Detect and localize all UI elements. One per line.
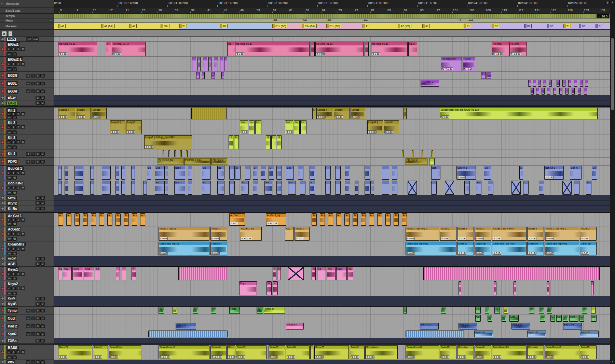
clip-pad-2-01[interactable]: Pad 2-01	[176, 323, 196, 330]
track-name[interactable]: Oud	[6, 316, 16, 321]
clip-re-amp-01-12[interactable]: Re-Amp_01-12⇅ 0 dB	[315, 42, 364, 56]
track-button-wv[interactable]: wv	[6, 145, 12, 149]
memory-marker[interactable]: B2	[579, 24, 586, 28]
track-lane-ktvr1[interactable]	[54, 195, 610, 200]
clip-bass-mo[interactable]: Bass-Mo⇅ 0 dB	[580, 345, 597, 359]
track-button-s[interactable]: S	[36, 297, 40, 300]
clip[interactable]	[65, 181, 68, 195]
track-button-o[interactable]: o	[6, 286, 11, 290]
track-button-o[interactable]: o	[26, 82, 30, 85]
track-lane-eg3r[interactable]	[54, 87, 610, 95]
track-name[interactable]: FXBs	[6, 339, 18, 343]
track-button-red[interactable]: red	[12, 130, 17, 134]
track-button-o[interactable]: o	[26, 152, 30, 156]
clip-loops8-r[interactable]: Loops8 (r	[286, 323, 304, 330]
clip-loo[interactable]: Loo⇅ 0 dB	[285, 120, 293, 134]
clip[interactable]	[547, 281, 549, 295]
clip[interactable]	[180, 150, 182, 157]
clip-loops6[interactable]: Loops6⇅ 0 dB	[334, 108, 350, 119]
playhead[interactable]	[334, 37, 334, 364]
clip[interactable]	[335, 166, 341, 180]
clip-bass-11[interactable]: Bass-11⇅ 0 dB	[93, 345, 108, 359]
clip-loops6-l[interactable]: Loops6 (l⇅ 0 dB	[58, 108, 75, 119]
record-enable-dot[interactable]	[1, 82, 4, 85]
track-button-o[interactable]: o	[6, 171, 11, 175]
record-enable-dot[interactable]	[1, 90, 4, 93]
memory-marker[interactable]: Fills	[161, 24, 169, 28]
clip-bass-89[interactable]: Bass-89⇅ 0 dB	[286, 345, 310, 359]
track-row-kit-4[interactable]: Kit 4oISM	[0, 150, 54, 158]
clip-o[interactable]: O	[502, 315, 506, 322]
track-lane-elgb[interactable]	[54, 100, 610, 106]
clip-oud-[interactable]: Oud-	[569, 315, 578, 322]
clip-key[interactable]: Key	[327, 267, 336, 280]
clip-re-amp-rhy[interactable]: Re-Amp-Rhy⇅ +4.0 dB	[441, 57, 462, 71]
meter-change-marker[interactable]: ▾3	[459, 19, 461, 22]
track-button-m[interactable]: M	[40, 101, 45, 105]
clip-lt[interactable]: Lt	[229, 135, 233, 149]
track-button-s[interactable]: S	[36, 89, 40, 93]
memory-marker[interactable]: B1	[524, 24, 532, 28]
track-lane-mmb[interactable]	[54, 37, 610, 42]
track-row-ktvr1[interactable]: KtVr1SM	[0, 195, 54, 200]
clip-keys[interactable]: Keys	[336, 267, 347, 280]
track-button-i[interactable]: I	[11, 218, 16, 222]
clip-ke[interactable]: Ke	[58, 267, 62, 280]
clip-ac-[interactable]: Ac (	[369, 213, 374, 226]
clip[interactable]	[224, 57, 227, 71]
record-enable-dot[interactable]	[1, 302, 4, 305]
clip-ty[interactable]: Ty	[257, 307, 263, 314]
track-button-s[interactable]: S	[16, 247, 20, 251]
clip[interactable]	[533, 80, 536, 87]
clip[interactable]	[261, 166, 266, 180]
clip-ty[interactable]: Ty	[547, 307, 552, 314]
clip-re-a[interactable]: Re-A	[408, 42, 417, 56]
clip[interactable]	[459, 281, 461, 295]
track-button-wv[interactable]: wv	[6, 115, 12, 119]
clip-bob-l[interactable]: Bob l	[174, 166, 185, 180]
clip-tymp[interactable]: Tymp	[229, 307, 240, 314]
record-enable-dot[interactable]	[1, 196, 4, 199]
memory-marker[interactable]: B1	[179, 24, 187, 28]
clip-re-amp-0[interactable]: Re-Amp_0	[421, 80, 439, 87]
track-lane-clean5ths[interactable]: Clean 5ths_bip-33⇅ 0 dBClean 5t⇅ 0 dBCle…	[54, 241, 610, 256]
clip-ty[interactable]: Ty	[475, 307, 481, 314]
ruler-row-meter[interactable]: Meter+	[0, 18, 54, 23]
track-row-eg2r[interactable]: EG2RoISM	[0, 72, 54, 80]
clip-re-[interactable]: Re-	[227, 42, 235, 56]
clip[interactable]	[229, 166, 235, 180]
clip[interactable]	[559, 88, 562, 95]
track-lane-keys1[interactable]: KeKeyKeysKeysKeKKKKeKe-KeyKeysKa	[54, 267, 610, 281]
clip[interactable]	[370, 181, 374, 195]
track-row-kits[interactable]: KITsoISM	[0, 360, 54, 364]
clip[interactable]	[276, 181, 282, 195]
track-name[interactable]: Pad 2	[6, 324, 18, 328]
track-button-o[interactable]: o	[26, 74, 30, 78]
meter-ruler[interactable]: ▾6/8▾5/8▾6/8▾4/4▾3▾4/4	[54, 18, 610, 23]
clip[interactable]	[562, 181, 572, 195]
track-lane-pdp2[interactable]: PD Perc 2_bipPD Perc 2_bip--PD Perc 2PD …	[54, 158, 610, 166]
clip-bob-kit-1[interactable]: Bob Kit 1⇅ 0 dB	[456, 166, 476, 180]
clip-clean-5t[interactable]: Clean 5t⇅ 0 dB	[210, 242, 227, 255]
clip-ac-[interactable]: Ac (	[385, 213, 391, 226]
clip[interactable]	[300, 181, 305, 195]
clip-ka[interactable]: Ka	[347, 267, 353, 280]
clip-bass-75[interactable]: Bass-75⇅ 0 dB	[58, 345, 92, 359]
clip-loops5[interactable]: Loops5⇅ 0 dB	[92, 108, 107, 119]
track-button-i[interactable]: I	[11, 47, 16, 51]
record-enable-dot[interactable]	[1, 257, 4, 260]
clip-r[interactable]: R	[311, 42, 315, 56]
ruler-row-bars-beats[interactable]: Bars|Beats	[0, 8, 54, 14]
track-name[interactable]: KysV	[6, 296, 16, 301]
track-lane-elgat1[interactable]: Re-Amp_01-12⇅ 0 dBFRe-Amp_01-17⇅ 0 dBRe-…	[54, 42, 610, 57]
clip-ke[interactable]: Ke	[95, 267, 100, 280]
clip[interactable]	[102, 166, 111, 180]
clip-synth-riff[interactable]: Synth riff	[527, 331, 546, 337]
clip[interactable]	[143, 181, 147, 195]
clip-loops6-hiphop-bip-gain[interactable]: Loops6 (HipHop)_bip-GAIN⇅ 0 dB	[144, 135, 192, 149]
clip-bot[interactable]: Bot	[586, 181, 591, 195]
clip-b[interactable]: B	[253, 166, 258, 180]
track-button-i[interactable]: I	[31, 317, 35, 320]
clip-pad-2-02[interactable]: Pad 2-02	[459, 323, 477, 330]
track-button-i[interactable]: I	[11, 62, 16, 66]
